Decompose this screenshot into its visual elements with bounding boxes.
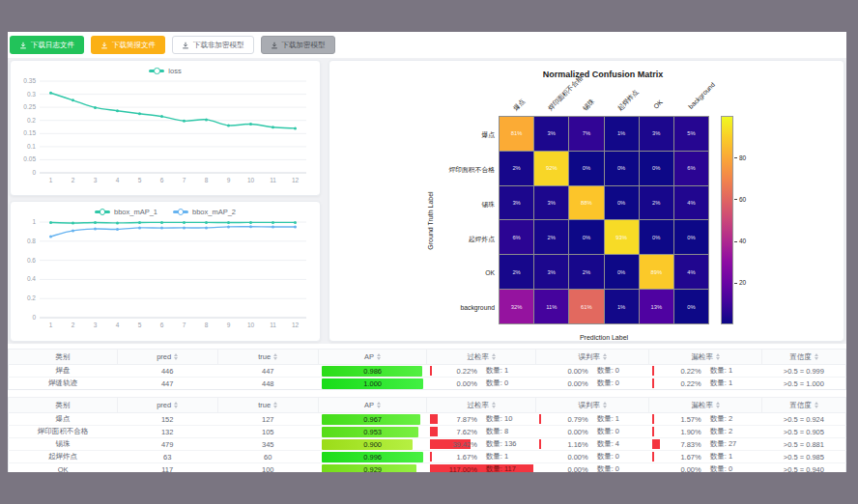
- ap-cell: 0.929: [318, 463, 427, 473]
- pred-cell: 63: [117, 451, 217, 463]
- column-header-3[interactable]: true: [217, 398, 318, 413]
- column-header-5[interactable]: 过检率: [427, 398, 536, 413]
- table-row: 焊盘4464470.9860.22%数量: 10.00%数量: 00.22%数量…: [9, 365, 846, 378]
- svg-text:0: 0: [32, 169, 36, 176]
- column-header-5[interactable]: 过检率: [427, 350, 536, 365]
- legend-item-bbox_mAP_2[interactable]: bbox_mAP_2: [173, 208, 236, 216]
- column-header-1: 类别: [9, 350, 118, 365]
- column-header-2[interactable]: pred: [117, 350, 217, 365]
- class-name-cell: 爆点: [9, 413, 118, 426]
- cm-cell-r2-c5: 4%: [674, 186, 708, 220]
- rate-text: 7.62%数量: 8: [430, 426, 533, 437]
- legend-marker-icon: [173, 209, 188, 215]
- svg-text:5: 5: [138, 322, 142, 328]
- rate-text: 1.16%数量: 4: [539, 438, 646, 450]
- loss-chart-plot: 00.050.10.150.20.250.30.3512345678910111…: [11, 75, 320, 189]
- class-name-cell: 焊盘: [9, 365, 118, 378]
- over-detection-cell: 39.42%数量: 136: [430, 438, 533, 450]
- rate-text: 7.83%数量: 27: [652, 438, 759, 450]
- ap-value: 0.900: [322, 440, 423, 449]
- svg-text:11: 11: [270, 322, 276, 328]
- ap-cell: 0.967: [318, 413, 427, 426]
- column-header-6[interactable]: 误判率: [536, 350, 649, 365]
- download-button-2[interactable]: 下载简报文件: [91, 36, 165, 54]
- rate-text: 39.42%数量: 136: [430, 438, 533, 450]
- column-header-label: 过检率: [468, 352, 490, 362]
- column-header-6[interactable]: 误判率: [536, 398, 649, 413]
- app-window: 下载日志文件下载简报文件下载非加密模型下载加密模型 loss 00.050.10…: [0, 0, 858, 504]
- main-content: 下载日志文件下载简报文件下载非加密模型下载加密模型 loss 00.050.10…: [8, 32, 846, 472]
- legend-label: bbox_mAP_1: [114, 208, 157, 216]
- legend-marker-icon: [95, 209, 110, 215]
- misjudge-cell: 0.00%数量: 0: [539, 365, 646, 377]
- table-row: 焊印面积不合格1321050.9537.62%数量: 80.00%数量: 01.…: [9, 426, 846, 438]
- svg-text:0.6: 0.6: [27, 257, 36, 264]
- cm-cell-r0-c3: 1%: [605, 117, 639, 151]
- download-button-1[interactable]: 下载日志文件: [10, 36, 84, 54]
- svg-text:7: 7: [183, 322, 186, 328]
- rate-text: 0.00%数量: 0: [539, 426, 646, 437]
- cm-row-label: 爆点: [425, 130, 495, 140]
- legend-marker-icon: [149, 68, 164, 74]
- sort-caret-icon: [174, 353, 178, 360]
- rate-text: 0.00%数量: 0: [652, 463, 759, 472]
- cm-colorbar-tickmark: [734, 157, 737, 158]
- column-header-7[interactable]: 漏检率: [649, 350, 762, 365]
- column-header-7[interactable]: 漏检率: [649, 398, 762, 413]
- rate-text: 0.22%数量: 1: [652, 378, 759, 389]
- true-cell: 448: [217, 378, 318, 390]
- svg-text:0.15: 0.15: [23, 129, 36, 136]
- cm-cell-r5-c3: 1%: [605, 290, 639, 323]
- sort-caret-icon: [815, 402, 818, 408]
- cm-cell-r2-c2: 88%: [569, 186, 603, 220]
- svg-text:5: 5: [138, 177, 142, 183]
- sort-caret-icon: [815, 353, 818, 360]
- results-table-2: 类别predtrueAP过检率误判率漏检率置信度爆点1521270.9677.8…: [8, 397, 846, 472]
- cm-cell-r3-c4: 0%: [640, 220, 673, 254]
- miss-detection-cell: 1.90%数量: 2: [652, 426, 759, 437]
- pred-cell: 446: [117, 365, 217, 378]
- column-header-2[interactable]: pred: [117, 398, 217, 413]
- download-button-4[interactable]: 下载加密模型: [261, 36, 335, 54]
- rate-text: 0.00%数量: 0: [539, 451, 646, 462]
- miss-detection-cell: 0.00%数量: 0: [652, 463, 759, 472]
- confidence-cell: >0.5 = 0.924: [762, 413, 846, 426]
- cm-cell-r0-c4: 3%: [640, 117, 673, 151]
- sort-caret-icon: [603, 353, 607, 360]
- ap-value: 0.929: [322, 465, 423, 473]
- column-header-label: pred: [157, 401, 171, 409]
- column-header-3[interactable]: true: [217, 350, 318, 365]
- confidence-cell: >0.5 = 0.940: [762, 463, 846, 473]
- svg-text:12: 12: [292, 322, 300, 328]
- column-header-4[interactable]: AP: [318, 398, 427, 413]
- cm-cell-r0-c2: 7%: [569, 117, 603, 151]
- misjudge-cell: 0.00%数量: 0: [539, 451, 646, 462]
- download-icon: [19, 42, 27, 49]
- confusion-matrix-ylabel: Ground Truth Label: [424, 116, 436, 324]
- sort-caret-icon: [492, 402, 496, 408]
- rate-text: 7.87%数量: 10: [430, 413, 533, 425]
- download-icon: [271, 42, 278, 49]
- rate-text: 1.67%数量: 1: [652, 451, 759, 462]
- rate-text: 0.00%数量: 0: [539, 365, 646, 377]
- cm-cell-r5-c5: 0%: [674, 290, 708, 323]
- cm-colorbar-tickmark: [734, 241, 737, 242]
- legend-item-loss[interactable]: loss: [149, 67, 181, 75]
- cm-cell-r1-c2: 0%: [569, 152, 603, 185]
- rate-text: 0.22%数量: 1: [652, 365, 759, 377]
- cm-cell-r1-c0: 2%: [500, 152, 533, 185]
- rate-text: 0.00%数量: 0: [539, 463, 646, 472]
- svg-text:0.1: 0.1: [27, 143, 36, 150]
- rate-text: 1.67%数量: 1: [430, 451, 533, 462]
- miss-detection-cell: 0.22%数量: 1: [652, 365, 759, 377]
- cm-cell-r4-c0: 2%: [500, 255, 533, 289]
- ap-value: 0.996: [322, 453, 423, 462]
- svg-text:6: 6: [160, 177, 164, 183]
- legend-item-bbox_mAP_1[interactable]: bbox_mAP_1: [95, 208, 157, 216]
- column-header-4[interactable]: AP: [318, 350, 427, 365]
- download-button-3[interactable]: 下载非加密模型: [172, 36, 254, 54]
- legend-label: bbox_mAP_2: [192, 208, 236, 216]
- column-header-8[interactable]: 置信度: [762, 398, 846, 413]
- column-header-label: AP: [364, 352, 374, 361]
- column-header-8[interactable]: 置信度: [762, 350, 846, 365]
